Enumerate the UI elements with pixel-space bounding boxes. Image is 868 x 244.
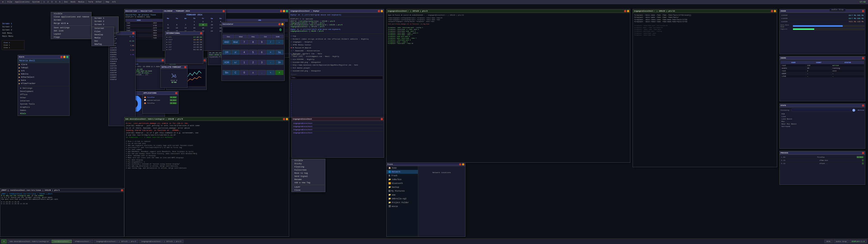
item2[interactable]: Item 1 <box>3 44 23 46</box>
calc-2-btn[interactable]: 2 <box>249 60 257 65</box>
vis2-add-new-tag[interactable]: Add a new Tag <box>292 181 325 184</box>
kde-menu-ktimetracker[interactable]: ▶KTimeTracker <box>18 82 69 85</box>
vis2-close[interactable]: Close <box>292 189 325 192</box>
taskbar-top[interactable]: ⚙ File Applications System 1 2 3 4 5 Doc… <box>0 0 868 4</box>
tag-internet[interactable]: Internet <box>92 27 114 30</box>
mterm-min-btn[interactable] <box>627 10 629 12</box>
menu-screen[interactable]: Screen <box>51 19 91 22</box>
calc-mod-btn[interactable]: Mod <box>235 35 246 39</box>
bottom-audiobtop[interactable]: audio btop <box>834 240 848 243</box>
cal-day-16[interactable]: 16 <box>199 26 208 29</box>
cal-day-9-today[interactable]: 9 <box>199 23 208 26</box>
calc-back-btn[interactable]: ← <box>275 39 283 44</box>
cal-day-1[interactable]: 1 <box>190 20 198 23</box>
menu-visible[interactable]: Visible <box>51 12 91 16</box>
graph-close-btn[interactable] <box>203 59 206 61</box>
calc-or-btn[interactable]: OR <box>222 50 231 55</box>
cal-close-btn[interactable] <box>222 10 225 12</box>
calc-sub-btn[interactable]: - <box>267 60 275 65</box>
menu-layout[interactable]: Layout <box>51 33 91 36</box>
fm-close-btn[interactable] <box>459 163 461 165</box>
tag-develop[interactable]: Develop <box>92 33 114 36</box>
calc-mul-btn[interactable]: × <box>267 50 275 55</box>
screen-1-item[interactable]: Screen 1 <box>92 17 118 20</box>
taskbar-doc[interactable]: Doc <box>63 1 69 3</box>
app-firefox-2[interactable]: 🦊 firefox 0.111 <box>144 102 177 104</box>
internet-label[interactable]: Internet <box>18 99 69 102</box>
calc-shft2-btn[interactable]: Sh <box>275 60 283 65</box>
calc-fact-btn[interactable]: x! <box>231 50 240 55</box>
taskbar-4[interactable]: 4 <box>54 1 58 3</box>
calc-add-btn[interactable]: + <box>267 70 275 75</box>
taskbar-5[interactable]: 5 <box>58 1 62 3</box>
cal-day-15[interactable]: 15 <box>190 26 198 29</box>
task-dolphin[interactable]: □ leqpages - Dolphin <box>290 40 383 43</box>
taskbar-bottom[interactable]: ⚙ kde-devel@localhost:~kderc/cachegrid r… <box>0 239 868 244</box>
leqpages-close-btn[interactable] <box>381 118 383 120</box>
calc-5-btn[interactable]: 5 <box>249 50 257 55</box>
fm-umbrella[interactable]: 📁 Umbrella-ng2 <box>386 197 418 201</box>
usage-close-btn[interactable] <box>862 10 864 12</box>
signals-close-btn[interactable] <box>132 32 134 34</box>
vis2-rename[interactable]: Rename <box>292 178 325 181</box>
cal-day-13[interactable]: 13 <box>173 26 181 29</box>
bottom-acal[interactable]: ACAL <box>825 240 833 243</box>
taskbar-htop[interactable]: Hmp <box>104 1 111 3</box>
kbuild-min-btn[interactable] <box>283 10 285 12</box>
bterm1-close[interactable] <box>121 189 123 191</box>
task-xfmc[interactable]: □ XFMC Media Center <box>290 43 383 46</box>
cal-day-3[interactable]: 3 <box>208 20 216 23</box>
cal-day-6[interactable]: 6 <box>173 23 181 26</box>
calc-hex-btn[interactable]: Hex <box>247 35 259 39</box>
calc-0-btn[interactable]: 0 <box>240 70 249 75</box>
xephyr-filter-input[interactable] <box>290 76 383 79</box>
tag-doc[interactable]: Doc <box>92 39 114 43</box>
info-close-btn[interactable] <box>161 59 164 61</box>
xephyr-min-btn[interactable] <box>381 10 383 12</box>
users-close-btn[interactable] <box>862 57 864 59</box>
calc-4-btn[interactable]: 4 <box>240 50 249 55</box>
calc-and-btn[interactable]: AND <box>222 39 231 44</box>
calc-sq-btn[interactable]: Sq <box>275 50 283 55</box>
calc-sqrt-btn[interactable]: x√ <box>231 60 240 65</box>
intl-close-btn[interactable] <box>200 32 202 34</box>
tag-media[interactable]: Media <box>92 36 114 39</box>
task-blender2[interactable]: □ blender210.png - KSnapshot <box>290 69 383 72</box>
games-label[interactable]: Games <box>18 109 69 112</box>
bottom-tb-2[interactable]: root@localhost: <box>52 240 72 243</box>
calc-7-btn[interactable]: 7 <box>240 39 249 44</box>
kbuild-close-btn[interactable] <box>280 10 282 12</box>
fm-www[interactable]: 📁 www <box>386 193 418 197</box>
leq-task-4[interactable]: leqpages@localhost <box>292 131 383 134</box>
calc-div-btn[interactable]: / <box>267 39 275 44</box>
development-label[interactable]: Development <box>18 90 69 93</box>
screen-2-item[interactable]: Screen 2 <box>92 20 118 23</box>
main-term-close[interactable] <box>283 118 285 120</box>
taskbar-logo[interactable]: ⚙ <box>1 0 5 3</box>
other-label[interactable]: Other <box>18 96 69 99</box>
fm-backup[interactable]: 📁 backup <box>386 185 418 189</box>
taskbar-apps[interactable]: Applications <box>13 1 31 3</box>
calc-dec-btn[interactable]: Dec <box>222 35 234 39</box>
leq-task-1[interactable]: leqpages@localhost <box>292 122 383 125</box>
kde-menu-yakupl[interactable]: ▶Yakupl <box>18 66 69 69</box>
taskbar-ark[interactable]: Ark <box>111 1 117 3</box>
main-term-min[interactable] <box>286 118 288 120</box>
task-konversation[interactable]: □ * #awesome - Konversation <box>290 49 383 52</box>
bottom-tb-4[interactable]: leqpages@localhost:~ | 107x23 | pts/2 <box>94 240 138 243</box>
fm-home[interactable]: 🏠 Home <box>386 166 418 170</box>
fm-pictures[interactable]: 🖼 My Pictures <box>386 189 418 193</box>
cal-day-10[interactable]: 10 <box>208 23 216 26</box>
calc-6-btn[interactable]: 6 <box>257 50 266 55</box>
calc-c-btn[interactable]: C <box>231 70 240 75</box>
mterm-close-btn[interactable] <box>624 10 626 12</box>
bottom-tb-5[interactable]: leqpages@localhost:~ | 107x23 | pts/2 <box>139 240 183 243</box>
taskbar-2[interactable]: 2 <box>46 1 50 3</box>
graphics-label[interactable]: Graphics <box>18 106 69 109</box>
state-toggle-track[interactable] <box>791 108 856 112</box>
taskbar-other[interactable]: Other <box>94 1 103 3</box>
menu-set-icon[interactable]: Set icon <box>51 29 91 33</box>
calc-mod2-btn[interactable]: Mod <box>231 39 240 44</box>
calc-9-btn[interactable]: 9 <box>257 39 266 44</box>
kde-menu-kcharselect[interactable]: ▶KCharSelect <box>18 76 69 79</box>
